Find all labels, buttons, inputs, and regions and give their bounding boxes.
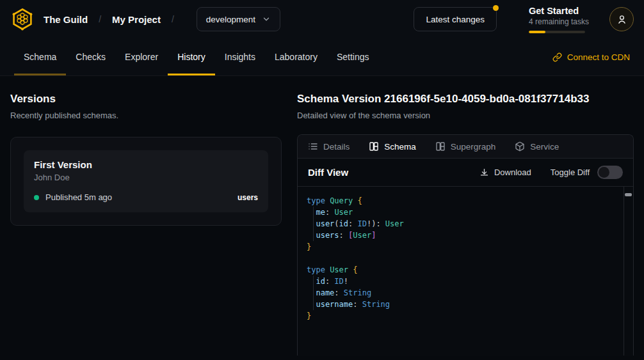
code-line: type User { <box>307 264 614 276</box>
versions-section: Versions Recently published schemas. Fir… <box>10 76 282 360</box>
versions-title: Versions <box>10 93 282 106</box>
panel-tabs: Details Schema Supergraph <box>298 135 633 159</box>
target-selector[interactable]: development <box>197 7 280 31</box>
tab-explorer[interactable]: Explorer <box>115 38 168 75</box>
published-status-icon <box>34 195 39 200</box>
version-list-item[interactable]: First Version John Doe Published 5m ago … <box>24 150 268 212</box>
diff-view-title: Diff View <box>308 167 348 178</box>
person-icon <box>616 14 627 25</box>
schema-code-viewer[interactable]: type Query { me: User user(id: ID!): Use… <box>298 187 633 356</box>
panel-tab-label: Supergraph <box>451 142 496 152</box>
code-line: user(id: ID!): User <box>307 218 614 230</box>
get-started-subtitle: 4 remaining tasks <box>529 17 586 26</box>
tab-laboratory[interactable]: Laboratory <box>265 38 327 75</box>
panel-tab-supergraph[interactable]: Supergraph <box>435 141 496 152</box>
version-detail-section: Schema Version 2166196f-5e10-4059-bd0a-0… <box>297 76 634 360</box>
columns-icon <box>369 141 379 152</box>
get-started-progressbar <box>529 31 585 33</box>
code-lines: type Query { me: User user(id: ID!): Use… <box>307 195 614 322</box>
main-nav: Schema Checks Explorer History Insights … <box>0 38 644 76</box>
panel-tab-label: Details <box>323 142 350 152</box>
toggle-diff-switch[interactable] <box>597 166 623 179</box>
code-line: type Query { <box>307 195 614 207</box>
toggle-diff-label: Toggle Diff <box>551 168 590 177</box>
download-icon <box>479 168 489 177</box>
cube-icon <box>515 141 525 152</box>
code-line: id: ID! <box>307 276 614 287</box>
chevron-down-icon <box>262 15 271 24</box>
tab-schema[interactable]: Schema <box>14 38 66 75</box>
schema-panel: Details Schema Supergraph <box>297 134 634 356</box>
tab-settings[interactable]: Settings <box>327 38 379 75</box>
version-author: John Doe <box>34 173 258 182</box>
breadcrumb-separator: / <box>99 14 101 24</box>
code-scrollbar-thumb[interactable] <box>625 193 632 196</box>
version-status-row: Published 5m ago users <box>34 192 258 202</box>
get-started-progress-fill <box>529 31 545 33</box>
list-icon <box>308 141 318 152</box>
service-badge: users <box>237 193 258 202</box>
columns-icon <box>435 141 446 152</box>
panel-tab-service[interactable]: Service <box>515 141 559 152</box>
panel-tab-label: Schema <box>384 142 416 152</box>
code-line: me: User <box>307 207 614 218</box>
schema-version-subtitle: Detailed view of the schema version <box>297 111 634 120</box>
panel-tab-label: Service <box>530 142 559 152</box>
connect-to-cdn-link[interactable]: Connect to CDN <box>552 38 630 75</box>
panel-tab-schema[interactable]: Schema <box>369 141 416 152</box>
panel-tab-details[interactable]: Details <box>308 141 350 152</box>
version-title: First Version <box>34 159 258 170</box>
code-line <box>307 253 614 264</box>
get-started-widget[interactable]: Get Started 4 remaining tasks <box>529 6 586 33</box>
diff-actions: Download Toggle Diff <box>479 166 623 179</box>
connect-to-cdn-label: Connect to CDN <box>567 52 630 62</box>
target-selector-value: development <box>206 15 255 24</box>
download-label: Download <box>494 168 531 177</box>
latest-changes-label: Latest changes <box>426 15 485 24</box>
notification-dot <box>493 5 499 11</box>
code-scrollbar-track <box>624 187 624 356</box>
breadcrumb-separator: / <box>172 14 174 24</box>
versions-subtitle: Recently published schemas. <box>10 111 282 120</box>
project-breadcrumb[interactable]: My Project <box>112 14 161 25</box>
code-line: name: String <box>307 287 614 299</box>
code-line: } <box>307 310 614 322</box>
tab-insights[interactable]: Insights <box>215 38 265 75</box>
tab-checks[interactable]: Checks <box>66 38 115 75</box>
code-line: username: String <box>307 299 614 310</box>
hive-logo-icon[interactable] <box>10 7 35 31</box>
schema-version-title: Schema Version 2166196f-5e10-4059-bd0a-0… <box>297 93 634 106</box>
download-button[interactable]: Download <box>479 168 531 177</box>
diff-view-header: Diff View Download Toggle Diff <box>298 159 633 187</box>
main-content: Versions Recently published schemas. Fir… <box>0 76 644 360</box>
tab-history[interactable]: History <box>168 38 215 75</box>
top-header: The Guild / My Project / development Lat… <box>0 0 644 38</box>
get-started-title: Get Started <box>529 6 586 16</box>
version-status: Published 5m ago <box>45 192 112 202</box>
versions-card: First Version John Doe Published 5m ago … <box>10 137 282 226</box>
org-breadcrumb[interactable]: The Guild <box>44 14 88 25</box>
user-avatar[interactable] <box>609 7 634 31</box>
link-icon <box>552 52 562 62</box>
toggle-knob <box>599 167 609 178</box>
code-line: } <box>307 241 614 253</box>
code-line: users: [User] <box>307 230 614 241</box>
latest-changes-button[interactable]: Latest changes <box>414 7 497 31</box>
